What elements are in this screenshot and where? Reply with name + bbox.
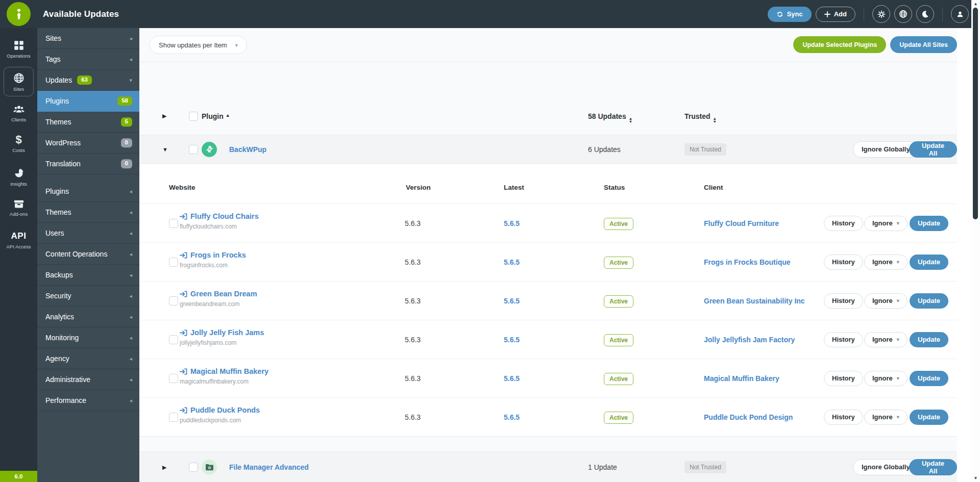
expand-all-arrow-icon[interactable]: ▶ xyxy=(162,113,166,119)
dark-mode-button[interactable] xyxy=(916,5,934,23)
rail-item-addons[interactable]: Add-ons xyxy=(0,199,37,217)
plugin-group-name-link[interactable]: BackWPup xyxy=(229,145,266,154)
update-all-sites-button[interactable]: Update All Sites xyxy=(890,36,957,53)
client-link[interactable]: Magical Muffin Bakery xyxy=(704,374,779,383)
rail-item-api-access[interactable]: API API Access xyxy=(0,231,37,249)
history-button[interactable]: History xyxy=(824,410,863,425)
site-name-link[interactable]: Magical Muffin Bakery xyxy=(190,367,268,375)
rail-item-clients[interactable]: Clients xyxy=(0,104,37,122)
ignore-dropdown-button[interactable]: Ignore▾ xyxy=(864,255,908,270)
sidebar-item-updates-translation[interactable]: Translation 0 xyxy=(37,154,139,174)
rail-item-costs[interactable]: $ Costs xyxy=(0,135,37,153)
add-button[interactable]: Add xyxy=(816,7,855,22)
sidebar-item-themes[interactable]: Themes ◂ xyxy=(37,202,139,223)
client-link[interactable]: Frogs in Frocks Boutique xyxy=(704,258,791,266)
scroll-up-arrow[interactable]: ▲ xyxy=(971,2,980,6)
ignore-dropdown-button[interactable]: Ignore▾ xyxy=(864,371,908,386)
history-button[interactable]: History xyxy=(824,371,863,386)
update-button[interactable]: Update xyxy=(910,216,948,231)
latest-version-link[interactable]: 5.6.5 xyxy=(504,374,520,383)
login-arrow-icon[interactable] xyxy=(180,290,187,298)
settings-button[interactable] xyxy=(872,5,890,23)
sidebar-item-users[interactable]: Users ◂ xyxy=(37,223,139,244)
site-name-link[interactable]: Jolly Jelly Fish Jams xyxy=(190,328,264,337)
trusted-column-header[interactable]: Trusted▲▼ xyxy=(684,112,717,123)
expand-arrow-icon[interactable]: ▶ xyxy=(162,464,166,470)
ignore-dropdown-button[interactable]: Ignore▾ xyxy=(864,410,908,425)
login-arrow-icon[interactable] xyxy=(180,407,187,414)
account-button[interactable] xyxy=(951,5,969,23)
sidebar-item-updates[interactable]: Updates 63 ▾ xyxy=(37,70,139,91)
language-button[interactable] xyxy=(894,5,912,23)
update-button[interactable]: Update xyxy=(910,293,948,309)
sidebar-item-sites[interactable]: Sites ◂ xyxy=(37,28,139,49)
ignore-dropdown-button[interactable]: Ignore▾ xyxy=(864,216,908,231)
row-checkbox[interactable] xyxy=(169,413,178,422)
sidebar-item-agency[interactable]: Agency ◂ xyxy=(37,348,139,369)
scroll-down-arrow[interactable]: ▼ xyxy=(971,476,980,480)
row-checkbox[interactable] xyxy=(169,219,178,228)
ignore-dropdown-button[interactable]: Ignore▾ xyxy=(864,332,908,347)
plugin-column-header[interactable]: Plugin▲ xyxy=(202,112,230,120)
update-selected-plugins-button[interactable]: Update Selected Plugins xyxy=(793,36,886,53)
sidebar-item-monitoring[interactable]: Monitoring ◂ xyxy=(37,327,139,348)
update-all-button[interactable]: Update All xyxy=(909,459,957,475)
history-button[interactable]: History xyxy=(824,332,863,347)
latest-version-link[interactable]: 5.6.5 xyxy=(504,219,520,227)
latest-version-link[interactable]: 5.6.5 xyxy=(504,258,520,266)
latest-version-link[interactable]: 5.6.5 xyxy=(504,297,520,305)
toolbar-actions: Update Selected Plugins Update All Sites xyxy=(793,36,957,53)
row-checkbox[interactable] xyxy=(169,374,178,383)
client-link[interactable]: Puddle Duck Pond Design xyxy=(704,413,793,421)
group-checkbox[interactable] xyxy=(189,145,198,154)
rail-item-insights[interactable]: Insights xyxy=(0,168,37,187)
site-name-link[interactable]: Green Bean Dream xyxy=(190,290,257,298)
row-checkbox[interactable] xyxy=(169,258,178,267)
update-button[interactable]: Update xyxy=(910,371,948,386)
sync-button[interactable]: Sync xyxy=(768,7,812,22)
login-arrow-icon[interactable] xyxy=(180,251,187,259)
site-name-link[interactable]: Fluffy Cloud Chairs xyxy=(190,212,259,220)
latest-version-link[interactable]: 5.6.5 xyxy=(504,413,520,421)
sidebar-item-tags[interactable]: Tags ◂ xyxy=(37,49,139,70)
row-checkbox[interactable] xyxy=(169,296,178,306)
ignore-dropdown-button[interactable]: Ignore▾ xyxy=(864,293,908,309)
sidebar-item-administrative[interactable]: Administrative ◂ xyxy=(37,369,139,390)
login-arrow-icon[interactable] xyxy=(180,213,187,220)
update-button[interactable]: Update xyxy=(910,410,948,425)
rail-item-operations[interactable]: Operations xyxy=(0,40,37,59)
group-checkbox[interactable] xyxy=(189,463,198,472)
history-button[interactable]: History xyxy=(824,255,863,270)
latest-version-link[interactable]: 5.6.5 xyxy=(504,336,520,344)
sidebar-item-updates-plugins[interactable]: Plugins 58 xyxy=(37,91,139,112)
update-button[interactable]: Update xyxy=(910,332,948,347)
row-checkbox[interactable] xyxy=(169,335,178,344)
site-name-link[interactable]: Puddle Duck Ponds xyxy=(190,406,260,414)
update-button[interactable]: Update xyxy=(910,255,948,270)
history-button[interactable]: History xyxy=(824,293,863,309)
updates-column-header[interactable]: 58 Updates▲▼ xyxy=(588,112,632,123)
app-logo[interactable] xyxy=(7,2,31,26)
update-all-button[interactable]: Update All xyxy=(909,141,957,158)
select-all-checkbox[interactable] xyxy=(189,112,198,121)
sidebar-item-backups[interactable]: Backups ◂ xyxy=(37,265,139,286)
sidebar-item-security[interactable]: Security ◂ xyxy=(37,286,139,307)
client-link[interactable]: Jolly Jellyfish Jam Factory xyxy=(704,336,795,344)
sidebar-item-plugins[interactable]: Plugins ◂ xyxy=(37,181,139,202)
scrollbar-thumb[interactable] xyxy=(973,8,978,219)
collapse-arrow-icon[interactable]: ▼ xyxy=(162,146,168,152)
site-name-link[interactable]: Frogs in Frocks xyxy=(190,251,246,259)
show-updates-per-item-dropdown[interactable]: Show updates per Item ▾ xyxy=(150,36,247,54)
sidebar-item-content-operations[interactable]: Content Operations ◂ xyxy=(37,244,139,265)
sidebar-item-updates-wordpress[interactable]: WordPress 0 xyxy=(37,133,139,154)
plugin-group-name-link[interactable]: File Manager Advanced xyxy=(229,463,309,471)
rail-item-sites[interactable]: Sites xyxy=(4,67,34,96)
sidebar-item-performance[interactable]: Performance ◂ xyxy=(37,390,139,411)
history-button[interactable]: History xyxy=(824,216,863,231)
client-link[interactable]: Green Bean Sustainability Inc xyxy=(704,297,805,305)
login-arrow-icon[interactable] xyxy=(180,329,187,337)
sidebar-item-analytics[interactable]: Analytics ◂ xyxy=(37,307,139,327)
login-arrow-icon[interactable] xyxy=(180,368,187,375)
client-link[interactable]: Fluffy Cloud Furniture xyxy=(704,219,779,227)
sidebar-item-updates-themes[interactable]: Themes 5 xyxy=(37,112,139,133)
